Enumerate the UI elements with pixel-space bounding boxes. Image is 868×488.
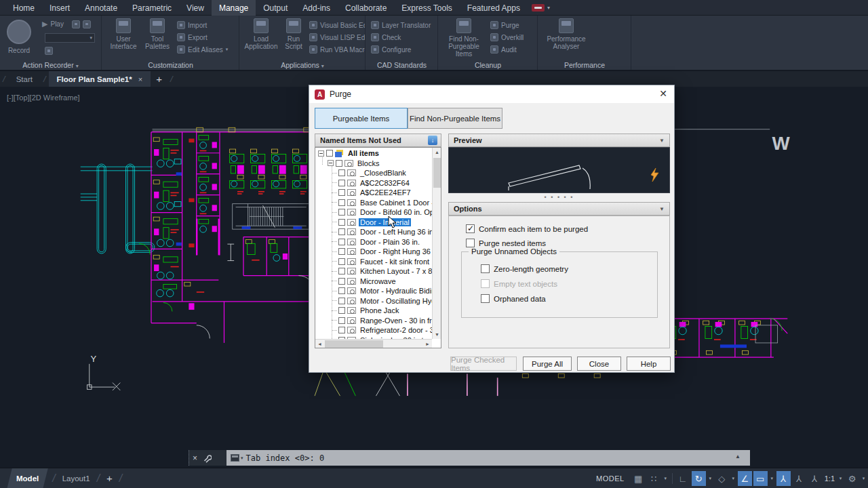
visual-basic-editor-button[interactable]: Visual Basic Editor [309,21,366,29]
checkbox[interactable] [338,169,345,176]
checkbox[interactable] [338,199,345,206]
command-history-toggle[interactable]: ▲ [735,453,741,460]
checkbox[interactable] [338,307,345,314]
ribbon-options-button[interactable]: ▾ [532,4,550,12]
checkbox[interactable] [326,150,333,157]
checkbox[interactable] [338,228,345,235]
scroll-down-icon[interactable]: ▼ [433,330,441,339]
command-line-grip[interactable]: × [189,450,226,466]
scrollbar-thumb[interactable] [433,158,441,188]
panel-label-action-recorder[interactable]: Action Recorder▾ [0,61,101,69]
run-vba-macro-button[interactable]: Run VBA Macro [309,45,366,54]
checkbox[interactable] [338,287,345,294]
purge-all-button[interactable]: Purge All [523,357,572,371]
tree-item[interactable]: Faucet - kit sink front [315,257,432,267]
layout1-tab[interactable]: Layout1 [56,468,97,488]
run-script-button[interactable]: Run Script [281,18,307,50]
tab-view[interactable]: View [179,0,212,16]
tree-item[interactable]: Motor - Hydraulic Bidire [315,286,432,296]
tab-express-tools[interactable]: Express Tools [394,0,459,16]
action-macro-dropdown[interactable]: ▾ [45,33,95,43]
help-button[interactable]: Help [627,357,671,371]
checkbox[interactable] [338,258,345,265]
autoscale-toggle[interactable]: ⅄ [792,471,806,486]
audit-button[interactable]: Audit [490,45,517,54]
tree-item[interactable]: A$C2EE24EF7 [315,188,432,198]
command-input[interactable]: ▾ Tab index <0>: 0 ▲ [226,450,750,466]
object-snap-tracking-toggle[interactable]: ∠ [738,471,752,486]
chevron-down-icon[interactable]: ▾ [730,476,736,481]
tree-item[interactable]: Kitchen Layout - 7 x 8 ft [315,266,432,277]
chevron-down-icon[interactable]: ▾ [663,476,669,481]
close-button[interactable]: Close [577,357,621,371]
checkbox[interactable] [338,209,345,216]
tab-annotate[interactable]: Annotate [77,0,125,16]
checkbox[interactable] [338,180,345,186]
layer-translator-button[interactable]: Layer Translator [371,21,431,29]
panel-label-applications[interactable]: Applications▾ [240,61,365,69]
tree-item[interactable]: Microwave [315,277,432,287]
customization-gear-icon[interactable]: ⚙ [845,471,859,486]
tab-find-non-purgeable[interactable]: Find Non-Purgeable Items [408,108,502,129]
file-tab-floor-plan[interactable]: Floor Plan Sample1* × [49,71,151,87]
play-button[interactable]: ▶ Play [42,20,91,28]
purge-button[interactable]: Purge [490,21,519,29]
insert-input-icon[interactable] [83,20,91,28]
collapse-icon[interactable] [318,150,324,157]
grid-display-toggle[interactable]: ▦ [631,471,646,486]
model-tab[interactable]: Model [7,468,48,488]
command-line[interactable]: × ▾ Tab index <0>: 0 ▲ [189,450,750,466]
file-tab-start[interactable]: Start [8,71,41,87]
overkill-button[interactable]: Overkill [490,33,524,41]
tree-group-blocks[interactable]: Blocks [315,159,432,169]
wrench-icon[interactable] [202,453,212,463]
tab-featured-apps[interactable]: Featured Apps [460,0,528,16]
checkbox[interactable] [338,189,345,196]
tab-manage[interactable]: Manage [212,0,256,16]
options-header[interactable]: Options ▼ [448,202,670,216]
checkbox[interactable] [338,268,345,274]
orphaned-data-checkbox[interactable]: Orphaned data [481,294,546,303]
checkbox[interactable] [336,160,342,167]
preview-header[interactable]: Preview ▼ [448,134,670,147]
close-icon[interactable]: ✕ [659,88,667,99]
tree-item[interactable]: _ClosedBlank [315,168,432,178]
tree-item-selected[interactable]: Door - Imperial [315,218,432,228]
checkbox[interactable] [338,239,345,245]
tree-item[interactable]: Door - Plain 36 in. [315,237,432,247]
panel-label-performance[interactable]: Performance [538,61,631,69]
tab-home[interactable]: Home [5,0,42,16]
record-button[interactable] [7,20,31,44]
toggle-view-icon[interactable]: ↓ [428,136,437,145]
chevron-down-icon[interactable]: ▾ [707,476,713,481]
scrollbar-thumb[interactable] [325,340,383,348]
import-button[interactable]: Import [177,21,207,29]
purgeable-items-tree[interactable]: All items Blocks _ClosedBlank A$C2C832F6… [315,147,441,348]
scroll-up-icon[interactable]: ▲ [433,148,441,157]
scroll-right-icon[interactable]: ► [423,340,432,348]
tool-palettes-button[interactable]: Tool Palettes [142,18,173,50]
new-layout-button[interactable]: + [100,472,119,484]
checkbox[interactable] [338,248,345,255]
tree-item[interactable]: Door - Left Hung 36 in. [315,227,432,237]
insert-message-icon[interactable] [72,20,80,28]
purge-nested-checkbox[interactable]: Purge nested items [466,239,546,247]
edit-aliases-button[interactable]: Edit Aliases ▾ [177,45,228,54]
tab-insert[interactable]: Insert [42,0,77,16]
horizontal-scrollbar[interactable]: ◄ ► [315,339,432,348]
check-button[interactable]: Check [371,33,401,41]
model-space-indicator[interactable]: MODEL [596,474,625,483]
isodraft-toggle[interactable]: ◇ [715,471,729,486]
preference-icon[interactable] [45,47,53,55]
vertical-scrollbar[interactable]: ▲ ▼ [432,148,441,339]
chevron-down-icon[interactable]: ▾ [861,476,867,481]
polar-tracking-toggle[interactable]: ↻ [692,471,706,486]
visual-lisp-editor-button[interactable]: Visual LISP Editor [309,33,366,41]
tree-item[interactable]: Phone Jack [315,306,432,316]
chevron-down-icon[interactable]: ▾ [837,476,844,481]
chevron-down-icon[interactable]: ▾ [769,476,775,481]
checkbox[interactable] [466,224,475,233]
zero-length-checkbox[interactable]: Zero-length geometry [481,264,568,273]
tab-output[interactable]: Output [256,0,295,16]
close-icon[interactable]: × [193,453,197,463]
